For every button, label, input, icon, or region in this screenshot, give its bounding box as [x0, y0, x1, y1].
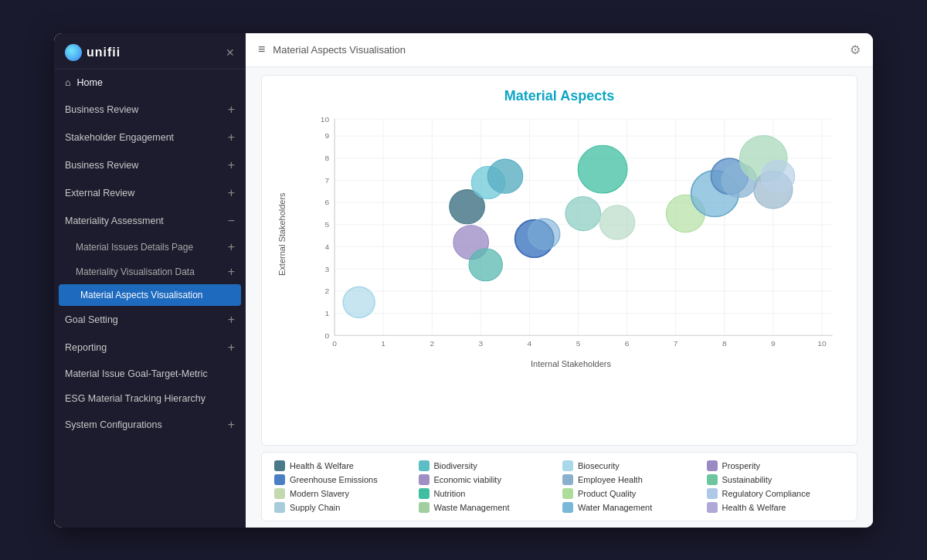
scatter-chart: 0 1 2 3 4 5 6 7 8 9 10 0 — [296, 110, 841, 358]
expand-icon: + — [228, 186, 235, 200]
legend-label: Biosecurity — [578, 461, 620, 470]
legend-label: Health & Welfare — [290, 461, 354, 470]
expand-icon: + — [228, 313, 235, 327]
sidebar-header: unifii ✕ — [54, 33, 246, 70]
legend-label: Regulatory Compliance — [722, 489, 810, 498]
logo-text: unifii — [87, 46, 121, 59]
legend-item: Product Quality — [562, 488, 701, 499]
sidebar-item-stakeholder-engagement[interactable]: Stakeholder Engagement + — [54, 124, 246, 151]
home-label: Home — [77, 77, 103, 88]
sidebar-item-material-issue-goal[interactable]: Material Issue Goal-Target-Metric — [54, 361, 246, 386]
legend-color — [274, 474, 285, 485]
close-button[interactable]: ✕ — [226, 46, 235, 59]
nav-label: ESG Material Tracking Hierarchy — [65, 393, 205, 404]
nav-label: Goal Setting — [65, 314, 118, 325]
svg-text:5: 5 — [325, 220, 330, 229]
legend-color — [707, 460, 718, 471]
x-axis-label: Internal Stakeholders — [277, 359, 841, 368]
legend-color — [274, 460, 285, 471]
legend-color — [562, 460, 573, 471]
sidebar-subitem-material-issues[interactable]: Material Issues Details Page + — [54, 235, 246, 260]
sidebar-item-business-review-1[interactable]: Business Review + — [54, 96, 246, 124]
sidebar-subitem-materiality-vis-data[interactable]: Materiality Visualisation Data + — [54, 260, 246, 284]
legend-color — [562, 474, 573, 485]
svg-text:0: 0 — [332, 338, 337, 347]
logo-icon — [65, 44, 82, 61]
expand-icon: + — [228, 158, 235, 172]
legend-item: Water Management — [562, 502, 701, 513]
sidebar-item-external-review[interactable]: External Review + — [54, 179, 246, 207]
legend-item: Nutrition — [419, 488, 557, 499]
expand-icon: + — [228, 240, 235, 254]
nav-label: Business Review — [65, 104, 138, 115]
sidebar-item-system-config[interactable]: System Configurations + — [54, 411, 246, 439]
sidebar-item-esg-tracking[interactable]: ESG Material Tracking Hierarchy — [54, 386, 246, 411]
legend-color — [419, 502, 430, 513]
app-window: unifii ✕ ⌂ Home Business Review + Stakeh… — [54, 33, 873, 528]
bubble-waste-management — [761, 160, 794, 192]
settings-icon[interactable]: ⚙ — [850, 42, 861, 57]
sidebar-item-goal-setting[interactable]: Goal Setting + — [54, 306, 246, 334]
legend-item: Biosecurity — [562, 460, 701, 471]
svg-text:4: 4 — [528, 338, 532, 347]
bubble-biodiversity-2 — [487, 159, 523, 193]
svg-text:0: 0 — [325, 331, 330, 339]
legend-label: Supply Chain — [290, 503, 340, 512]
nav-label: Stakeholder Engagement — [65, 132, 174, 143]
legend-item: Regulatory Compliance — [707, 488, 845, 499]
chart-area: Material Aspects External Stakeholders — [246, 67, 873, 528]
home-icon: ⌂ — [65, 77, 71, 88]
topbar-title: Material Aspects Visualisation — [273, 44, 406, 56]
legend-color — [707, 502, 718, 513]
sub-label: Material Issues Details Page — [76, 242, 193, 253]
svg-text:9: 9 — [771, 338, 776, 347]
sidebar-item-business-review-2[interactable]: Business Review + — [54, 151, 246, 179]
logo: unifii — [65, 44, 121, 61]
bubble-biodiversity — [578, 145, 627, 193]
main-content: ≡ Material Aspects Visualisation ⚙ Mater… — [246, 33, 873, 528]
expand-icon: + — [228, 131, 235, 144]
legend-color — [274, 502, 285, 513]
nav-label: Reporting — [65, 342, 107, 353]
sidebar-item-home[interactable]: ⌂ Home — [54, 70, 246, 96]
sidebar-subitem-material-aspects-vis[interactable]: Material Aspects Visualisation — [59, 284, 241, 306]
sidebar-item-materiality-assessment[interactable]: Materiality Assessment − — [54, 207, 246, 235]
legend-item: Waste Management — [419, 502, 557, 513]
nav-label: External Review — [65, 188, 134, 199]
sub-label: Material Aspects Visualisation — [80, 290, 203, 300]
svg-text:8: 8 — [325, 154, 330, 162]
topbar: ≡ Material Aspects Visualisation ⚙ — [246, 33, 873, 67]
expand-icon: + — [228, 341, 235, 355]
legend-label: Employee Health — [578, 475, 643, 484]
legend-color — [562, 502, 573, 513]
svg-text:5: 5 — [576, 338, 581, 347]
legend-color — [707, 474, 718, 485]
bubble-modern-slavery — [599, 205, 635, 239]
legend-label: Product Quality — [578, 489, 636, 498]
nav-label: Materiality Assessment — [65, 216, 164, 226]
legend-item: Economic viability — [419, 474, 557, 485]
chart-container: Material Aspects External Stakeholders — [261, 75, 857, 446]
legend-label: Greenhouse Emissions — [290, 475, 378, 484]
svg-text:2: 2 — [325, 287, 330, 295]
legend-color — [419, 488, 430, 499]
nav-label: System Configurations — [65, 419, 162, 430]
sidebar-item-reporting[interactable]: Reporting + — [54, 334, 246, 361]
svg-text:3: 3 — [479, 338, 484, 347]
legend-grid: Health & Welfare Biodiversity Biosecurit… — [274, 460, 844, 513]
legend-item: Health & Welfare — [707, 502, 845, 513]
nav-label: Material Issue Goal-Target-Metric — [65, 368, 208, 379]
bubble-biosecurity — [343, 287, 375, 317]
legend-item: Modern Slavery — [274, 488, 413, 499]
chart-title: Material Aspects — [277, 88, 841, 104]
legend-label: Waste Management — [434, 503, 510, 512]
legend-label: Economic viability — [434, 475, 501, 484]
chart-legend: Health & Welfare Biodiversity Biosecurit… — [261, 452, 857, 521]
legend-item: Sustainability — [707, 474, 845, 485]
sidebar: unifii ✕ ⌂ Home Business Review + Stakeh… — [54, 33, 246, 528]
legend-item: Supply Chain — [274, 502, 413, 513]
expand-icon: + — [228, 103, 235, 117]
svg-text:8: 8 — [722, 338, 727, 347]
collapse-icon: − — [228, 214, 235, 228]
hamburger-icon[interactable]: ≡ — [258, 42, 265, 56]
